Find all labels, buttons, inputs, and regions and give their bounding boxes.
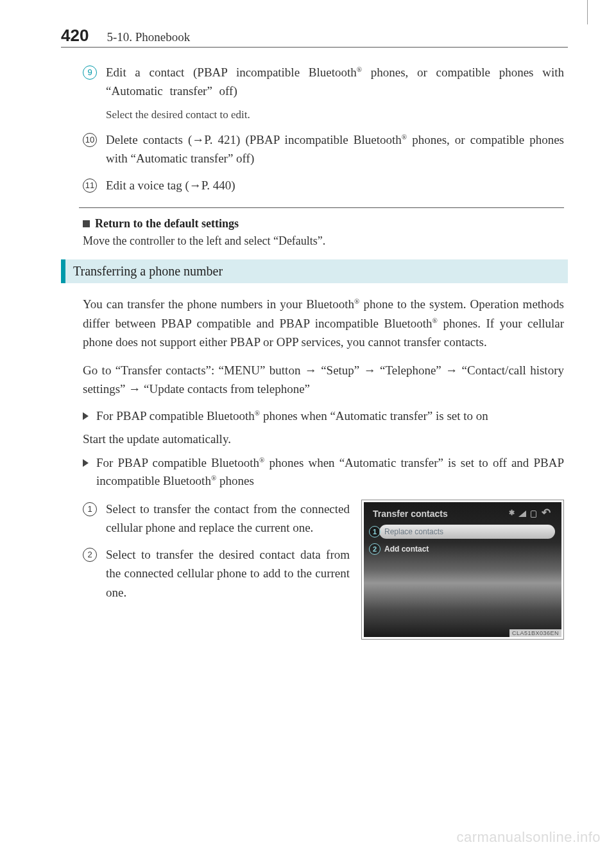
section-banner: Transferring a phone number [61,259,568,283]
step-2: 2 Select to transfer the desired contact… [83,545,350,602]
triangle-bullet-icon [83,412,89,420]
step-marker-9: 9 [83,66,97,80]
screen-header: Transfer contacts [364,502,561,521]
steps-column: 1 Select to transfer the contact from th… [83,500,350,640]
item-9-body: Edit a contact (PBAP incompatible Blueto… [106,63,564,101]
defaults-title: Return to the default settings [95,217,239,231]
lock-icon [531,511,536,518]
page-content: 9 Edit a contact (PBAP incompatible Blue… [61,63,568,640]
arrow-icon: → [445,363,458,377]
item-9-subnote: Select the desired contact to edit. [106,109,564,121]
list-item-9: 9 Edit a contact (PBAP incompatible Blue… [83,63,564,101]
step-2-body: Select to transfer the desired contact d… [106,545,350,602]
callout-1: 1 [369,526,381,537]
menu-label-replace: Replace contacts [379,525,555,539]
menu-row-replace[interactable]: 1 Replace contacts [369,525,555,539]
arrow-icon: → [189,179,201,192]
menu-row-add[interactable]: 2 Add contact [369,542,555,556]
header-vline [587,0,588,24]
section-divider [79,207,564,208]
watermark: carmanualsonline.info [456,829,601,846]
registered-mark: ® [357,66,362,73]
triangle-bullet-icon [83,459,89,467]
step-1: 1 Select to transfer the contact from th… [83,500,350,537]
item-10-body: Delete contacts (→P. 421) (PBAP incompat… [106,130,564,168]
bullet-auto-off: For PBAP compatible Bluetooth® phones wh… [83,454,564,491]
screen-code: CLA51BX036EN [509,629,561,637]
signal-icon [518,511,526,517]
bullet-auto-on-body: Start the update automatically. [83,432,564,446]
step-marker-1: 1 [83,502,97,516]
transfer-para-1: You can transfer the phone numbers in yo… [83,295,564,351]
screen-status-icons [509,510,554,518]
transfer-para-2: Go to “Transfer contacts”: “MENU” button… [83,361,564,399]
screen-title: Transfer contacts [373,509,448,519]
step-marker-10: 10 [83,133,97,147]
registered-mark: ® [255,409,260,417]
list-item-11: 11 Edit a voice tag (→P. 440) [83,176,564,195]
page-header: 420 5-10. Phonebook [61,26,568,48]
arrow-icon: → [364,363,376,377]
screen-frame: Transfer contacts 1 Replace contacts [361,500,564,640]
defaults-body: Move the controller to the left and sele… [83,234,564,248]
step-marker-11: 11 [83,179,97,193]
menu-label-add: Add contact [379,542,555,556]
registered-mark: ® [211,474,216,482]
arrow-icon: → [305,363,317,377]
step-1-body: Select to transfer the contact from the … [106,500,350,537]
registered-mark: ® [432,316,438,324]
ui-screenshot: Transfer contacts 1 Replace contacts [361,500,564,640]
item-11-body: Edit a voice tag (→P. 440) [106,176,564,195]
bluetooth-icon [509,510,514,518]
two-column-layout: 1 Select to transfer the contact from th… [83,500,564,640]
back-icon[interactable] [541,510,554,518]
arrow-icon: → [192,133,204,146]
callout-2: 2 [369,543,381,555]
arrow-icon: → [128,382,141,396]
list-item-10: 10 Delete contacts (→P. 421) (PBAP incom… [83,130,564,168]
section-label: 5-10. Phonebook [107,30,190,44]
bullet-auto-on: For PBAP compatible Bluetooth® phones wh… [83,407,564,426]
page-number: 420 [61,26,89,46]
defaults-heading-row: Return to the default settings [83,217,564,231]
step-marker-2: 2 [83,548,97,562]
registered-mark: ® [402,133,407,141]
screen-display: Transfer contacts 1 Replace contacts [364,502,561,637]
square-bullet-icon [83,220,90,227]
